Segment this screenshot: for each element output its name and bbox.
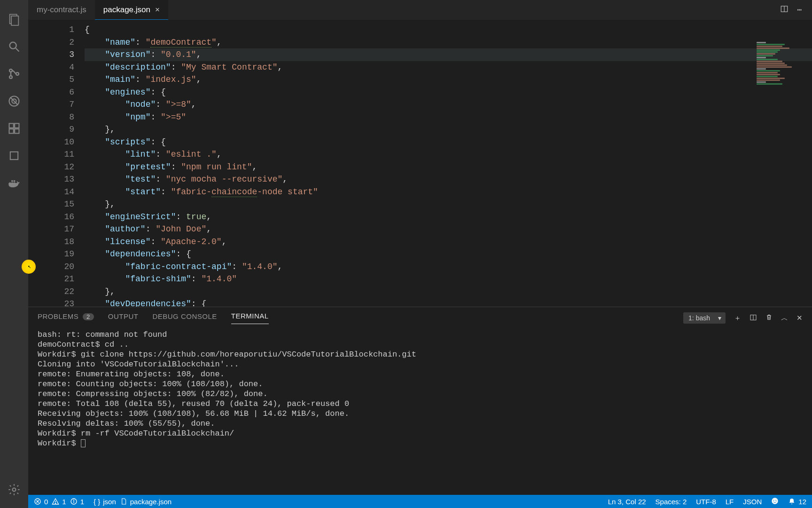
minimap[interactable] — [756, 41, 812, 126]
extensions-icon[interactable] — [0, 115, 28, 142]
problems-badge: 2 — [83, 313, 94, 320]
close-panel-icon[interactable]: ✕ — [796, 314, 803, 322]
code-editor[interactable]: 1234567891011121314151617181920212223 { … — [28, 20, 812, 307]
status-file[interactable]: package.json — [120, 498, 172, 506]
svg-rect-12 — [9, 129, 14, 133]
new-terminal-icon[interactable]: ＋ — [734, 314, 741, 323]
svg-line-3 — [16, 48, 19, 52]
panel-tab-debug[interactable]: DEBUG CONSOLE — [152, 312, 217, 324]
panel-actions: 1: bash ＋ ︿ ✕ — [683, 312, 803, 324]
code-content[interactable]: { "name": "demoContract", "version": "0.… — [85, 20, 812, 307]
main-area: my-contract.js package.json× ⋯ 123456789… — [28, 0, 812, 508]
svg-rect-14 — [10, 152, 18, 159]
cursor-highlight — [22, 260, 36, 274]
status-json-schema[interactable]: { } json — [94, 498, 116, 506]
close-icon[interactable]: × — [155, 5, 160, 15]
terminal-selector[interactable]: 1: bash — [683, 312, 726, 324]
editor-actions: ⋯ — [780, 0, 812, 20]
tab-package-json[interactable]: package.json× — [95, 0, 168, 20]
bottom-panel: PROBLEMS 2 OUTPUT DEBUG CONSOLE TERMINAL… — [28, 307, 812, 495]
status-encoding[interactable]: UTF-8 — [696, 498, 716, 506]
editor-tabs: my-contract.js package.json× ⋯ — [28, 0, 812, 20]
svg-point-2 — [10, 42, 16, 49]
svg-rect-13 — [15, 129, 19, 133]
status-cursor-pos[interactable]: Ln 3, Col 22 — [608, 498, 646, 506]
more-icon[interactable]: ⋯ — [797, 5, 802, 15]
explorer-icon[interactable] — [0, 6, 28, 33]
svg-point-4 — [9, 69, 12, 72]
svg-point-35 — [776, 500, 777, 500]
tab-my-contract[interactable]: my-contract.js — [28, 0, 95, 20]
feedback-icon[interactable] — [771, 497, 779, 506]
search-icon[interactable] — [0, 33, 28, 60]
svg-point-6 — [16, 72, 19, 75]
notifications-icon[interactable]: 12 — [788, 498, 806, 506]
svg-point-29 — [55, 503, 56, 503]
debug-icon[interactable] — [0, 87, 28, 115]
svg-point-34 — [773, 500, 774, 500]
settings-gear-icon[interactable] — [0, 476, 28, 503]
panel-tabs: PROBLEMS 2 OUTPUT DEBUG CONSOLE TERMINAL… — [28, 307, 812, 324]
svg-rect-19 — [14, 180, 16, 182]
status-warnings[interactable]: 1 — [52, 498, 66, 506]
line-numbers: 1234567891011121314151617181920212223 — [28, 20, 85, 307]
status-indent[interactable]: Spaces: 2 — [656, 498, 687, 506]
status-errors[interactable]: 0 — [34, 498, 48, 506]
activity-bar — [0, 0, 28, 508]
panel-tab-terminal[interactable]: TERMINAL — [231, 312, 269, 324]
panel-tab-problems[interactable]: PROBLEMS 2 — [38, 312, 94, 324]
docker-icon[interactable] — [0, 169, 28, 197]
tab-label: package.json — [103, 5, 150, 15]
source-control-icon[interactable] — [0, 60, 28, 87]
terminal-content[interactable]: bash: rt: command not founddemoContract$… — [28, 324, 812, 495]
svg-rect-11 — [15, 124, 19, 128]
maximize-panel-icon[interactable]: ︿ — [781, 314, 788, 323]
blockchain-icon[interactable] — [0, 142, 28, 169]
svg-point-32 — [73, 500, 74, 500]
status-bar: 0 1 1 { } json package.json Ln 3, Col 22… — [28, 495, 812, 508]
tab-label: my-contract.js — [37, 5, 86, 15]
svg-point-5 — [9, 76, 12, 79]
split-terminal-icon[interactable] — [750, 314, 757, 323]
kill-terminal-icon[interactable] — [765, 314, 773, 322]
status-info[interactable]: 1 — [70, 498, 84, 506]
svg-rect-10 — [9, 124, 14, 128]
panel-tab-output[interactable]: OUTPUT — [108, 312, 139, 324]
status-language[interactable]: JSON — [743, 498, 762, 506]
status-eol[interactable]: LF — [726, 498, 734, 506]
svg-point-20 — [13, 488, 16, 492]
svg-rect-18 — [11, 180, 13, 182]
split-editor-icon[interactable] — [780, 5, 789, 16]
svg-point-33 — [772, 498, 778, 504]
svg-rect-1 — [11, 16, 18, 25]
